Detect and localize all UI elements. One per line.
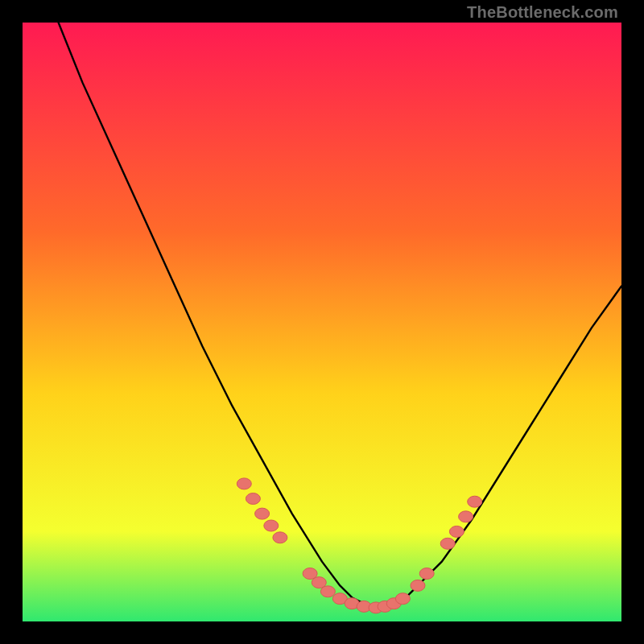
data-marker: [419, 568, 434, 580]
data-marker: [411, 580, 425, 591]
data-marker: [440, 538, 455, 549]
data-marker: [246, 493, 260, 505]
data-marker: [468, 496, 482, 507]
data-marker: [255, 508, 270, 519]
data-marker: [264, 520, 279, 531]
data-marker: [237, 478, 251, 489]
plot-area: [23, 23, 621, 621]
data-marker: [395, 593, 410, 605]
data-marker: [273, 532, 287, 543]
bottleneck-chart: [23, 23, 621, 621]
data-marker: [459, 511, 473, 522]
data-marker: [449, 526, 464, 537]
chart-frame: TheBottleneck.com: [0, 0, 644, 644]
watermark-label: TheBottleneck.com: [467, 3, 618, 22]
gradient-background: [23, 23, 621, 621]
data-marker: [320, 586, 335, 597]
